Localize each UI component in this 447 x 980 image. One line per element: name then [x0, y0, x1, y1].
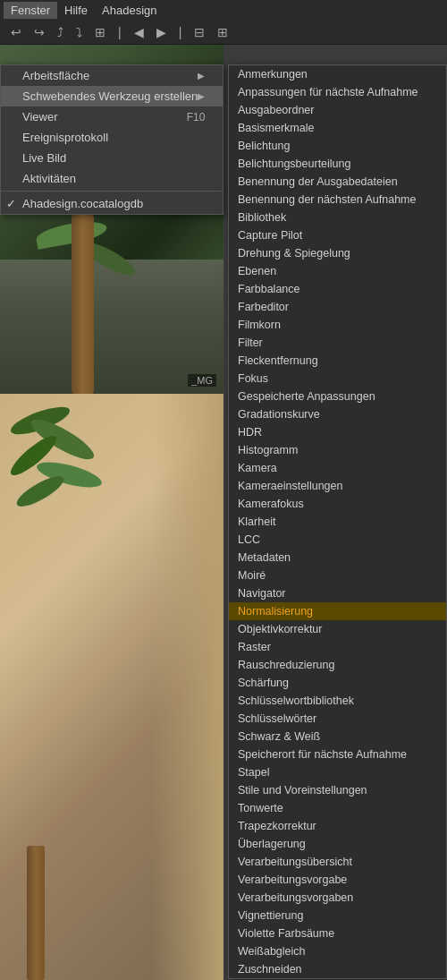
right-menu-item-37[interactable]: Schwarz & Weiß	[229, 728, 446, 746]
photo-bottom	[0, 394, 224, 980]
toolbar-icon-1[interactable]: ↩	[7, 23, 25, 41]
right-menu-item-14[interactable]: Filmkorn	[229, 316, 446, 334]
right-menu-item-36[interactable]: Schlüsselwörter	[229, 710, 446, 728]
right-menu-item-34[interactable]: Schärfung	[229, 674, 446, 692]
menu-item-livebild-label: Live Bild	[22, 151, 66, 165]
viewer-shortcut: F10	[187, 111, 206, 124]
right-menu-item-5[interactable]: Belichtungsbeurteilung	[229, 155, 446, 173]
right-menu-item-25[interactable]: Klarheit	[229, 513, 446, 531]
toolbar-icon-3[interactable]: ⤴	[54, 23, 67, 41]
right-menu-item-50[interactable]: Zuschneiden	[229, 960, 446, 978]
right-menu-item-43[interactable]: Überlagerung	[229, 835, 446, 853]
photo-label-top: _MG	[188, 374, 216, 387]
right-menu-item-9[interactable]: Capture Pilot	[229, 226, 446, 244]
right-menu-item-45[interactable]: Verarbeitungsvorgabe	[229, 871, 446, 889]
wall-detail	[152, 394, 224, 980]
right-menu-item-38[interactable]: Speicherort für nächste Aufnahme	[229, 746, 446, 763]
right-menu-item-1[interactable]: Anpassungen für nächste Aufnahme	[229, 83, 446, 101]
right-menu-item-3[interactable]: Basismerkmale	[229, 119, 446, 137]
menu-item-ereignis[interactable]: Ereignisprotokoll	[1, 127, 223, 148]
right-menu-item-7[interactable]: Benennung der nächsten Aufnahme	[229, 191, 446, 209]
toolbar-zoom-out[interactable]: ⊟	[190, 23, 208, 41]
menu-item-schwebendes-label: Schwebendes Werkzeug erstellen	[22, 89, 198, 103]
right-menu-item-16[interactable]: Fleckentfernung	[229, 352, 446, 370]
toolbar-zoom-in[interactable]: ⊞	[214, 23, 232, 41]
right-menu-item-27[interactable]: Metadaten	[229, 549, 446, 567]
menu-item-arbeitsflache[interactable]: Arbeitsfläche ▶	[1, 65, 223, 86]
menu-item-ahadesign[interactable]: ✓ Ahadesign.cocatalogdb	[1, 193, 223, 214]
right-menu-item-18[interactable]: Gespeicherte Anpassungen	[229, 388, 446, 405]
menu-item-viewer[interactable]: Viewer F10	[1, 107, 223, 127]
right-menu-item-49[interactable]: Weißabgleich	[229, 942, 446, 960]
menu-item-livebild[interactable]: Live Bild	[1, 148, 223, 168]
plant-trunk-top	[72, 215, 94, 394]
toolbar-separator-1: |	[114, 23, 125, 41]
fenster-dropdown: Arbeitsfläche ▶ Schwebendes Werkzeug ers…	[0, 64, 224, 215]
toolbar-icon-5[interactable]: ⊞	[91, 23, 109, 41]
right-menu-item-35[interactable]: Schlüsselwortbibliothek	[229, 692, 446, 710]
toolbar-icon-2[interactable]: ↪	[30, 23, 48, 41]
right-menu-item-2[interactable]: Ausgabeordner	[229, 101, 446, 119]
right-menu-item-23[interactable]: Kameraeinstellungen	[229, 477, 446, 495]
right-menu-item-41[interactable]: Tonwerte	[229, 799, 446, 817]
right-menu-item-22[interactable]: Kamera	[229, 459, 446, 477]
menu-item-arbeitsflache-label: Arbeitsfläche	[22, 69, 89, 82]
menu-fenster[interactable]: Fenster	[4, 2, 57, 19]
right-menu-item-28[interactable]: Moiré	[229, 567, 446, 584]
right-menu-item-24[interactable]: Kamerafokus	[229, 495, 446, 513]
menu-item-ereignis-label: Ereignisprotokoll	[22, 131, 108, 144]
right-menu-item-31[interactable]: Objektivkorrektur	[229, 620, 446, 638]
right-menu-item-15[interactable]: Filter	[229, 334, 446, 352]
menu-item-viewer-label: Viewer	[22, 110, 58, 124]
right-menu-item-20[interactable]: HDR	[229, 423, 446, 441]
menu-ahadesign[interactable]: Ahadesign	[95, 2, 164, 19]
toolbar: ↩ ↪ ⤴ ⤵ ⊞ | ◀ ▶ | ⊟ ⊞	[0, 20, 447, 45]
right-menu-item-12[interactable]: Farbbalance	[229, 280, 446, 298]
right-menu-item-42[interactable]: Trapezkorrektur	[229, 817, 446, 835]
menu-item-aktivitaten-label: Aktivitäten	[22, 172, 76, 185]
arrow-icon-2: ▶	[198, 91, 205, 101]
right-menu-item-48[interactable]: Violette Farbsäume	[229, 925, 446, 942]
right-menu-item-32[interactable]: Raster	[229, 638, 446, 656]
toolbar-next[interactable]: ▶	[153, 23, 170, 41]
right-menu-item-8[interactable]: Bibliothek	[229, 209, 446, 226]
right-menu-item-39[interactable]: Stapel	[229, 763, 446, 781]
right-menu-item-4[interactable]: Belichtung	[229, 137, 446, 155]
right-menu-item-17[interactable]: Fokus	[229, 370, 446, 388]
right-menu-item-47[interactable]: Vignettierung	[229, 907, 446, 925]
right-menu-item-26[interactable]: LCC	[229, 531, 446, 549]
checkmark-icon: ✓	[6, 197, 16, 210]
right-menu-item-11[interactable]: Ebenen	[229, 262, 446, 280]
right-menu-item-13[interactable]: Farbeditor	[229, 298, 446, 316]
arrow-icon: ▶	[198, 71, 205, 81]
right-menu-item-44[interactable]: Verarbeitungsübersicht	[229, 853, 446, 871]
menu-hilfe[interactable]: Hilfe	[57, 2, 95, 19]
right-menu-item-46[interactable]: Verarbeitungsvorgaben	[229, 889, 446, 907]
right-menu-item-30[interactable]: Normalisierung	[229, 602, 446, 620]
right-menu-item-33[interactable]: Rauschreduzierung	[229, 656, 446, 674]
menu-item-ahadesign-label: Ahadesign.cocatalogdb	[22, 197, 143, 210]
right-menu-item-29[interactable]: Navigator	[229, 584, 446, 602]
leaf2-5	[13, 471, 68, 512]
right-menu-item-40[interactable]: Stile und Voreinstellungen	[229, 781, 446, 799]
right-menu-item-19[interactable]: Gradationskurve	[229, 405, 446, 423]
plant-trunk-bottom	[27, 846, 45, 980]
right-panel-menu: AnmerkungenAnpassungen für nächste Aufna…	[228, 64, 447, 979]
toolbar-icon-4[interactable]: ⤵	[72, 23, 86, 41]
right-menu-item-0[interactable]: Anmerkungen	[229, 65, 446, 83]
menu-item-schwebendes[interactable]: Schwebendes Werkzeug erstellen ▶	[1, 86, 223, 107]
main-area: _MG Arbeitsfläche ▶ Schwebendes Werkzeug…	[0, 45, 447, 980]
right-menu-item-21[interactable]: Histogramm	[229, 441, 446, 459]
right-menu-item-6[interactable]: Benennung der Ausgabedateien	[229, 173, 446, 191]
separator-1	[1, 191, 223, 192]
menu-bar: Fenster Hilfe Ahadesign	[0, 0, 447, 20]
toolbar-separator-2: |	[175, 23, 186, 41]
menu-item-aktivitaten[interactable]: Aktivitäten	[1, 168, 223, 189]
toolbar-prev[interactable]: ◀	[131, 23, 148, 41]
right-menu-item-10[interactable]: Drehung & Spiegelung	[229, 244, 446, 262]
